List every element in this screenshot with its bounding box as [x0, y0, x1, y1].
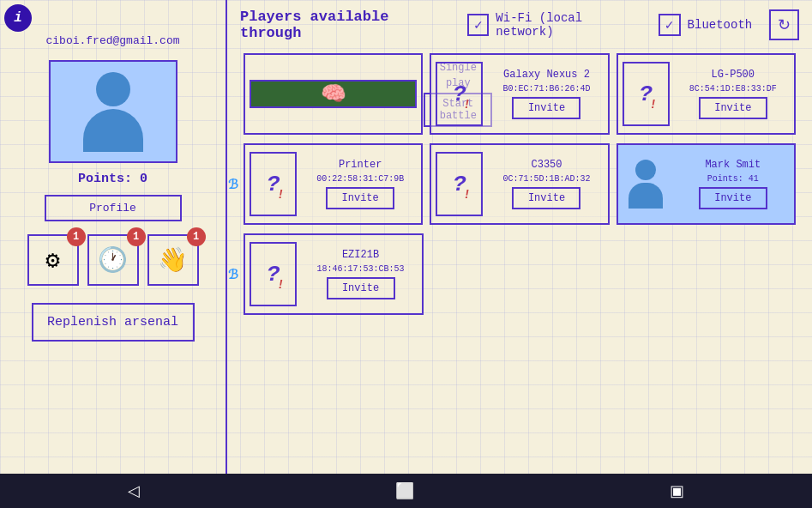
c3350-id: 0C:71:5D:1B:AD:32: [502, 174, 590, 184]
avatar-head: [96, 72, 130, 106]
galaxy-id: B0:EC:71:B6:26:4D: [502, 84, 590, 94]
printer-name: Printer: [339, 159, 382, 171]
player-info-marksmit: Mark Smit Points: 41 Invite: [677, 159, 790, 209]
badge-count-0: 1: [67, 227, 86, 246]
clock-icon: 🕐: [98, 245, 128, 275]
player-card-lg: ? LG-P500 8C:54:1D:E8:33:DF Invite: [617, 53, 796, 135]
player-info-c3350: C3350 0C:71:5D:1B:AD:32 Invite: [490, 159, 603, 209]
players-list: 🧠 Single play Start battle ? Galaxy Nexu…: [240, 50, 799, 320]
badge-item-2[interactable]: 👋 1: [147, 234, 199, 286]
ezi21b-name: EZI21B: [342, 249, 379, 261]
printer-thumb: ?: [250, 152, 297, 216]
bluetooth-row2-icon: ℬ: [228, 176, 238, 192]
gear-icon: ⚙: [45, 245, 60, 275]
player-card-galaxy: ? Galaxy Nexus 2 B0:EC:71:B6:26:4D Invit…: [430, 53, 609, 135]
invite-ezi21b-button[interactable]: Invite: [327, 277, 395, 299]
bluetooth-connection: Bluetooth: [659, 14, 753, 36]
player-card-single: 🧠 Single play Start battle: [244, 53, 423, 135]
question-icon-galaxy: ?: [453, 82, 466, 107]
players-row-1: 🧠 Single play Start battle ? Galaxy Nexu…: [240, 50, 799, 138]
badge-count-1: 1: [127, 227, 146, 246]
brain-thumb: 🧠: [250, 80, 417, 108]
badge-item-0[interactable]: ⚙ 1: [27, 234, 79, 286]
players-title: Players available through: [240, 9, 450, 41]
wifi-checkbox[interactable]: [467, 14, 489, 36]
invite-printer-button[interactable]: Invite: [326, 187, 394, 209]
badge-item-1[interactable]: 🕐 1: [87, 234, 139, 286]
bluetooth-checkbox[interactable]: [659, 14, 681, 36]
left-panel: i ciboi.fred@gmail.com Points: 0 Profile…: [0, 0, 227, 474]
player-card-ezi21b: ? EZI21B 18:46:17:53:CB:53 Invite: [244, 233, 424, 315]
marksmit-head: [635, 160, 656, 180]
bluetooth-label: Bluetooth: [688, 18, 753, 32]
wifi-label: Wi-Fi (local network): [496, 11, 641, 39]
points-label: Points: 0: [78, 172, 147, 186]
user-email: ciboi.fred@gmail.com: [45, 34, 179, 47]
badge-count-2: 1: [187, 227, 206, 246]
lg-thumb: ?: [623, 62, 670, 126]
player-card-marksmit: Mark Smit Points: 41 Invite: [617, 143, 796, 225]
players-row-3: ℬ ? EZI21B 18:46:17:53:CB:53 Invite: [240, 230, 799, 318]
lg-id: 8C:54:1D:E8:33:DF: [689, 84, 777, 94]
marksmit-points: Points: 41: [707, 174, 759, 184]
refresh-button[interactable]: ↻: [769, 9, 799, 40]
avatar-body: [83, 109, 143, 152]
invite-galaxy-button[interactable]: Invite: [512, 97, 580, 119]
bluetooth-row3-icon: ℬ: [228, 266, 238, 282]
c3350-thumb: ?: [436, 152, 483, 216]
right-panel: Players available through Wi-Fi (local n…: [227, 0, 812, 474]
printer-id: 00:22:58:31:C7:9B: [316, 174, 404, 184]
c3350-name: C3350: [531, 159, 562, 171]
player-info-printer: Printer 00:22:58:31:C7:9B Invite: [304, 159, 417, 209]
replenish-arsenal-button[interactable]: Replenish arsenal: [32, 303, 195, 342]
brain-icon: 🧠: [321, 82, 346, 106]
question-icon-printer: ?: [267, 172, 280, 197]
player-card-printer: ? Printer 00:22:58:31:C7:9B Invite: [244, 143, 423, 225]
ezi21b-thumb: ?: [250, 242, 297, 306]
invite-c3350-button[interactable]: Invite: [512, 187, 580, 209]
player-card-c3350: ? C3350 0C:71:5D:1B:AD:32 Invite: [430, 143, 609, 225]
galaxy-name: Galaxy Nexus 2: [503, 69, 590, 81]
home-button[interactable]: ⬜: [378, 477, 431, 505]
invite-lg-button[interactable]: Invite: [699, 97, 767, 119]
hand-icon: 👋: [158, 245, 188, 275]
player-info-galaxy: Galaxy Nexus 2 B0:EC:71:B6:26:4D Invite: [490, 69, 603, 119]
info-icon[interactable]: i: [4, 4, 32, 32]
recent-apps-button[interactable]: ▣: [653, 477, 701, 505]
right-header: Players available through Wi-Fi (local n…: [240, 9, 799, 41]
ezi21b-id: 18:46:17:53:CB:53: [316, 264, 404, 274]
badge-items: ⚙ 1 🕐 1 👋 1: [27, 234, 199, 286]
marksmit-thumb: [623, 152, 670, 216]
question-icon-c3350: ?: [453, 172, 466, 197]
back-button[interactable]: ◁: [111, 477, 157, 505]
invite-marksmit-button[interactable]: Invite: [699, 187, 767, 209]
nav-bar: ◁ ⬜ ▣: [0, 474, 812, 508]
avatar: [49, 60, 177, 163]
wifi-connection: Wi-Fi (local network): [467, 11, 641, 39]
marksmit-name: Mark Smit: [705, 159, 761, 171]
question-icon-ezi21b: ?: [267, 262, 280, 287]
marksmit-body: [629, 183, 663, 209]
players-row-2: ℬ ? Printer 00:22:58:31:C7:9B Invite ?: [240, 140, 799, 228]
galaxy-thumb: ?: [436, 62, 483, 126]
player-info-ezi21b: EZI21B 18:46:17:53:CB:53 Invite: [304, 249, 418, 299]
profile-button[interactable]: Profile: [45, 195, 182, 221]
lg-name: LG-P500: [712, 69, 755, 81]
player-info-lg: LG-P500 8C:54:1D:E8:33:DF Invite: [677, 69, 790, 119]
question-icon-lg: ?: [639, 82, 653, 107]
